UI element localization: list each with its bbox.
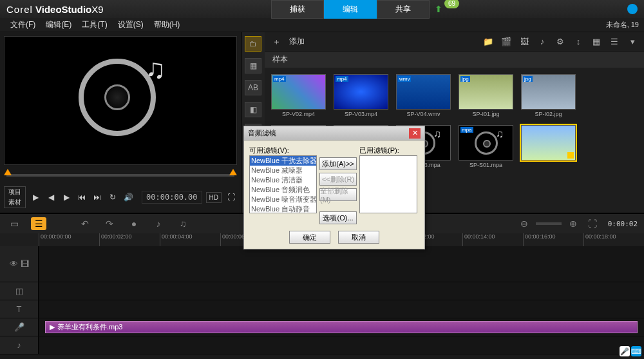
filter-video-icon[interactable]: 🎬 — [500, 35, 513, 48]
dialog-titlebar[interactable]: 音频滤镜 ✕ — [244, 126, 424, 141]
overlay-icon: ◫ — [15, 286, 23, 296]
next-frame-button[interactable]: ▶ — [61, 191, 72, 203]
title-track-icon: T — [17, 304, 22, 314]
ok-button[interactable]: 确定 — [289, 231, 330, 244]
workspace-tabs: 捕获 编辑 共享 — [271, 0, 430, 19]
available-filters-label: 可用滤镜(V): — [249, 146, 317, 155]
zoom-out-button[interactable]: ⊖ — [516, 217, 532, 230]
view-list-icon[interactable]: ☰ — [608, 35, 621, 48]
start-button[interactable]: ⏮ — [76, 191, 88, 203]
library-thumb[interactable]: jpgSP-I01.jpg — [459, 74, 513, 117]
menu-help[interactable]: 帮助(H) — [149, 19, 185, 30]
music-track[interactable]: ♪ — [0, 336, 644, 354]
category-title[interactable]: AB — [245, 80, 261, 95]
filter-list-item[interactable]: NewBlue 噪音渐变器 — [250, 195, 316, 204]
audio-mixer-button[interactable]: ♪ — [151, 217, 166, 230]
filter-list-item[interactable]: NewBlue 自动静音 — [250, 204, 316, 213]
category-graphic[interactable]: ◧ — [245, 102, 261, 117]
menu-tools[interactable]: 工具(T) — [77, 19, 112, 30]
available-filters-list[interactable]: NewBlue 干扰去除器NewBlue 减噪器NewBlue 清洁器NewBl… — [249, 155, 317, 213]
library-thumb[interactable]: wmvSP-V04.wmv — [396, 74, 451, 117]
library-toolbar: ＋ 添加 📁 🎬 🖼 ♪ ⚙ ↕ ▦ ☰ ▾ — [265, 32, 644, 52]
zoom-in-button[interactable]: ⊕ — [565, 217, 581, 230]
library-thumb[interactable] — [521, 125, 576, 168]
dialog-close-button[interactable]: ✕ — [409, 128, 421, 139]
menu-file[interactable]: 文件(F) — [5, 19, 41, 30]
eye-icon[interactable]: 👁 — [10, 259, 18, 269]
loop-button[interactable]: ↻ — [107, 191, 118, 203]
app-logo: Corel VideoStudioX9 — [6, 4, 104, 15]
voice-track[interactable]: 🎤 ▶养羊业有利条件.mp3 — [0, 318, 644, 336]
library-thumb[interactable]: ♫mpaSP-S01.mpa — [459, 125, 513, 168]
category-media[interactable]: 🗀 — [245, 36, 261, 52]
audio-filter-dialog: 音频滤镜 ✕ 可用滤镜(V): NewBlue 干扰去除器NewBlue 减噪器… — [243, 126, 425, 249]
hd-indicator[interactable]: HD — [206, 192, 222, 203]
audio-clip[interactable]: ▶养羊业有利条件.mp3 — [45, 321, 638, 333]
title-track[interactable]: T — [0, 300, 644, 318]
input-indicator[interactable]: 🎤 ⌨ — [620, 346, 641, 356]
play-button[interactable]: ▶ — [30, 191, 41, 203]
tab-share[interactable]: 共享 — [377, 0, 430, 19]
filter-photo-icon[interactable]: 🖼 — [518, 35, 531, 48]
library-thumb[interactable]: mp4SP-V03.mp4 — [334, 74, 388, 117]
used-filters-label: 已用滤镜(P): — [359, 146, 417, 155]
timeline-tracks: 👁🎞 ◫ T 🎤 ▶养羊业有利条件.mp3 ♪ — [0, 246, 644, 354]
remove-all-button[interactable]: 全部删除(M) — [319, 188, 357, 201]
filter-audio-icon[interactable]: ♪ — [536, 35, 549, 48]
preview-viewport[interactable]: ♫ — [4, 36, 237, 165]
auto-music-button[interactable]: ♫ — [175, 217, 191, 230]
library-thumb[interactable]: mp4SP-V02.mp4 — [271, 74, 326, 117]
filter-list-item[interactable]: NewBlue 音频润色 — [250, 185, 316, 195]
tab-edit[interactable]: 编辑 — [324, 0, 377, 19]
film-icon: 🎞 — [21, 259, 29, 269]
player-mode-clip[interactable]: 素材 — [5, 197, 25, 208]
player-mode-project[interactable]: 项目 — [5, 187, 25, 197]
storyboard-view-button[interactable]: ▭ — [6, 217, 22, 230]
end-button[interactable]: ⏭ — [91, 191, 103, 203]
record-button[interactable]: ● — [126, 217, 142, 230]
video-track[interactable]: 👁🎞 — [0, 246, 644, 282]
prev-frame-button[interactable]: ◀ — [45, 191, 57, 203]
globe-icon[interactable] — [627, 4, 638, 14]
library-folder-sample[interactable]: 样本 — [265, 52, 644, 68]
volume-button[interactable]: 🔊 — [122, 191, 134, 203]
music-icon: ♪ — [17, 340, 21, 350]
filter-list-item[interactable]: NewBlue 清洁器 — [250, 175, 316, 185]
player-timecode[interactable]: 00:00:00.00 — [142, 191, 202, 204]
add-filter-button[interactable]: 添加(A)>> — [319, 157, 357, 170]
scrub-bar[interactable] — [6, 170, 234, 180]
menu-settings[interactable]: 设置(S) — [113, 19, 149, 30]
collapse-icon[interactable]: ▾ — [626, 35, 639, 48]
filter-list-item[interactable]: NewBlue 减噪器 — [250, 166, 316, 175]
timeline-view-button[interactable]: ☰ — [31, 217, 46, 230]
notification-badge[interactable]: 69 — [444, 0, 459, 8]
tab-capture[interactable]: 捕获 — [271, 0, 324, 19]
undo-button[interactable]: ↶ — [77, 217, 93, 230]
view-large-icon[interactable]: ▦ — [590, 35, 603, 48]
zoom-slider[interactable] — [536, 222, 562, 225]
redo-button[interactable]: ↷ — [102, 217, 117, 230]
player-controls: 项目 素材 ▶ ◀ ▶ ⏮ ⏭ ↻ 🔊 00:00:00.00 HD ⛶ — [4, 186, 237, 209]
fit-button[interactable]: ⛶ — [585, 217, 600, 230]
upload-icon[interactable]: ⬆ — [435, 4, 442, 14]
import-icon[interactable]: 📁 — [482, 35, 495, 48]
preview-panel: ♫ 项目 素材 ▶ ◀ ▶ ⏮ ⏭ ↻ 🔊 00:00:00.00 HD ⛶ — [0, 32, 242, 213]
remove-filter-button[interactable]: <<删除(R) — [319, 173, 357, 186]
menu-edit[interactable]: 编辑(E) — [41, 19, 77, 30]
timeline-timecode[interactable]: 0:00:02 — [608, 220, 638, 228]
sort-icon[interactable]: ↕ — [572, 35, 585, 48]
options-icon[interactable]: ⚙ — [554, 35, 567, 48]
overlay-track[interactable]: ◫ — [0, 282, 644, 300]
add-label: 添加 — [289, 36, 305, 47]
menu-bar: 文件(F) 编辑(E) 工具(T) 设置(S) 帮助(H) 未命名, 19 — [0, 18, 644, 32]
filter-list-item[interactable]: NewBlue 干扰去除器 — [250, 156, 316, 166]
options-button[interactable]: 选项(O)... — [319, 211, 357, 224]
add-folder-button[interactable]: ＋ — [270, 35, 283, 48]
fullscreen-button[interactable]: ⛶ — [225, 191, 237, 203]
dialog-title-text: 音频滤镜 — [248, 128, 276, 138]
library-thumb[interactable]: jpgSP-I02.jpg — [521, 74, 576, 117]
cancel-button[interactable]: 取消 — [338, 231, 379, 244]
mic-icon: 🎤 — [14, 322, 24, 332]
category-transition[interactable]: ▦ — [245, 58, 261, 73]
used-filters-list[interactable] — [359, 155, 417, 213]
